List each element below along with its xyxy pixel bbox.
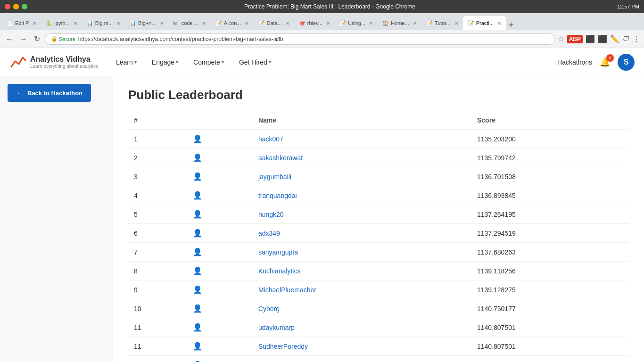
username-link[interactable]: jaygumballi bbox=[258, 173, 291, 181]
tab-8[interactable]: 📝 Using... ✕ bbox=[335, 16, 378, 30]
nav-compete[interactable]: Compete ▾ bbox=[191, 57, 226, 68]
user-profile-icon: 👤 bbox=[193, 248, 202, 256]
tab-label-7: rhiev... bbox=[307, 20, 322, 26]
cell-name[interactable]: SudheerPoreddy bbox=[253, 337, 471, 356]
tab-close-9[interactable]: ✕ bbox=[413, 21, 417, 26]
cell-name[interactable]: adx349 bbox=[253, 224, 471, 243]
tab-9[interactable]: 🏠 Home... ✕ bbox=[378, 16, 421, 30]
username-link[interactable]: hungk20 bbox=[258, 211, 284, 218]
tab-close-4[interactable]: ✕ bbox=[202, 21, 206, 26]
table-row: 11👤udaykumarp1140.807501 bbox=[128, 318, 629, 337]
cell-avatar: 👤 bbox=[187, 186, 253, 205]
cell-name[interactable]: hungk20 bbox=[253, 205, 471, 224]
notification-bell[interactable]: 🔔 0 bbox=[600, 57, 610, 67]
back-to-hackathon-button[interactable]: ← Back to Hackathon bbox=[8, 84, 91, 102]
username-link[interactable]: aakashkerawat bbox=[258, 154, 303, 162]
cell-name[interactable]: aakashkerawat bbox=[253, 148, 471, 167]
cell-avatar: 👤 bbox=[187, 280, 253, 299]
tab-close-10[interactable]: ✕ bbox=[454, 21, 458, 26]
secure-label: Secure bbox=[59, 36, 75, 42]
back-button-label: Back to Hackathon bbox=[27, 90, 83, 97]
col-score: Score bbox=[471, 112, 629, 129]
tab-close-11[interactable]: ✕ bbox=[497, 21, 501, 26]
tab-4[interactable]: ✉ code ... ✕ bbox=[168, 16, 211, 30]
tab-close-8[interactable]: ✕ bbox=[369, 21, 373, 26]
username-link[interactable]: hack007 bbox=[258, 135, 283, 143]
extension-icon-4[interactable]: ✏️ bbox=[610, 34, 619, 43]
tab-6[interactable]: 📝 Data... ✕ bbox=[253, 16, 294, 30]
tab-3[interactable]: 📊 Big+n... ✕ bbox=[125, 16, 168, 30]
cell-name[interactable]: Kuchianalytics bbox=[253, 262, 471, 280]
tab-close-6[interactable]: ✕ bbox=[286, 21, 289, 26]
tab-close-7[interactable]: ✕ bbox=[326, 21, 330, 26]
username-link[interactable]: adx349 bbox=[258, 230, 280, 237]
nav-engage[interactable]: Engage ▾ bbox=[150, 57, 180, 68]
nav-engage-chevron: ▾ bbox=[176, 59, 178, 65]
cell-name[interactable]: jaygumballi bbox=[253, 167, 471, 186]
username-link[interactable]: SudheerPoreddy bbox=[258, 343, 308, 350]
user-avatar[interactable]: S bbox=[618, 54, 635, 71]
cell-name[interactable]: tranquangdai bbox=[253, 186, 471, 205]
bookmark-icon[interactable]: ☆ bbox=[558, 34, 564, 43]
cell-name[interactable]: Cyborg bbox=[253, 299, 471, 318]
tab-10[interactable]: 📝 Tutor... ✕ bbox=[421, 16, 463, 30]
lock-icon: 🔒 bbox=[51, 36, 58, 42]
tab-close-5[interactable]: ✕ bbox=[245, 21, 248, 26]
extension-icon-1[interactable]: ABP bbox=[567, 35, 583, 43]
tab-1[interactable]: 🐍 ipyth... ✕ bbox=[41, 16, 82, 30]
logo-area[interactable]: Analytics Vidhya Learn everything about … bbox=[9, 54, 98, 71]
tab-11[interactable]: 📝 Practi... ✕ bbox=[463, 16, 506, 30]
page-body: ← Back to Hackathon Public Leaderboard #… bbox=[0, 76, 644, 362]
cell-rank: 8 bbox=[128, 262, 187, 280]
cell-score: 1135.799742 bbox=[471, 148, 629, 167]
table-row: 10👤Cyborg1140.750177 bbox=[128, 299, 629, 318]
extension-icon-3[interactable]: ⬛ bbox=[598, 34, 607, 43]
tab-close-0[interactable]: ✕ bbox=[33, 21, 36, 26]
cell-name[interactable]: MichaelPluemacher bbox=[253, 280, 471, 299]
tab-label-8: Using... bbox=[348, 20, 365, 26]
hackathons-link[interactable]: Hackathons bbox=[557, 58, 592, 66]
tab-label-4: code ... bbox=[182, 20, 198, 26]
nav-get-hired[interactable]: Get Hired ▾ bbox=[237, 57, 273, 68]
table-body: 1👤hack0071135.2032002👤aakashkerawat1135.… bbox=[128, 129, 629, 362]
back-nav-button[interactable]: ← bbox=[4, 34, 15, 44]
cell-name[interactable]: jugaad_guy bbox=[253, 356, 471, 362]
table-row: 13👤jugaad_guy1141.447965 bbox=[128, 356, 629, 362]
cell-avatar: 👤 bbox=[187, 318, 253, 337]
username-link[interactable]: MichaelPluemacher bbox=[258, 286, 316, 294]
tab-close-2[interactable]: ✕ bbox=[116, 21, 120, 26]
tab-2[interactable]: 📊 Big m... ✕ bbox=[82, 16, 125, 30]
tab-0[interactable]: 📄 Edit P ✕ bbox=[2, 16, 41, 30]
forward-nav-button[interactable]: → bbox=[18, 34, 29, 44]
reload-button[interactable]: ↻ bbox=[32, 33, 42, 44]
cell-name[interactable]: udaykumarp bbox=[253, 318, 471, 337]
brand-name: Analytics Vidhya bbox=[30, 55, 98, 64]
username-link[interactable]: udaykumarp bbox=[258, 324, 295, 331]
username-link[interactable]: Cyborg bbox=[258, 305, 280, 313]
username-link[interactable]: Kuchianalytics bbox=[258, 267, 301, 275]
cell-score: 1137.264195 bbox=[471, 205, 629, 224]
username-link[interactable]: sanyamgupta bbox=[258, 248, 298, 256]
extension-icon-5[interactable]: 🛡 bbox=[622, 35, 630, 43]
new-tab-button[interactable]: + bbox=[506, 20, 517, 30]
username-link[interactable]: tranquangdai bbox=[258, 192, 297, 199]
address-bar[interactable]: 🔒 Secure https://datahack.analyticsvidhy… bbox=[45, 33, 555, 45]
cell-name[interactable]: hack007 bbox=[253, 129, 471, 148]
cell-name[interactable]: sanyamgupta bbox=[253, 243, 471, 262]
tab-icon-0: 📄 bbox=[7, 20, 12, 26]
tab-close-1[interactable]: ✕ bbox=[74, 21, 77, 26]
tab-label-6: Data... bbox=[266, 20, 281, 26]
tab-5[interactable]: 📝 A con... ✕ bbox=[211, 16, 254, 30]
cell-avatar: 👤 bbox=[187, 356, 253, 362]
extension-icon-2[interactable]: ⬛ bbox=[586, 34, 595, 43]
more-options-icon[interactable]: ⋮ bbox=[633, 34, 640, 43]
nav-get-hired-chevron: ▾ bbox=[269, 59, 271, 65]
cell-score: 1137.294519 bbox=[471, 224, 629, 243]
logo-text: Analytics Vidhya Learn everything about … bbox=[30, 55, 98, 69]
logo-icon bbox=[9, 54, 26, 71]
tab-close-3[interactable]: ✕ bbox=[160, 21, 164, 26]
main-content: Public Leaderboard # Name Score 1👤hack00… bbox=[113, 76, 644, 362]
nav-learn[interactable]: Learn ▾ bbox=[114, 57, 139, 68]
tab-7[interactable]: 🐙 rhiev... ✕ bbox=[294, 16, 335, 30]
cell-avatar: 👤 bbox=[187, 224, 253, 243]
